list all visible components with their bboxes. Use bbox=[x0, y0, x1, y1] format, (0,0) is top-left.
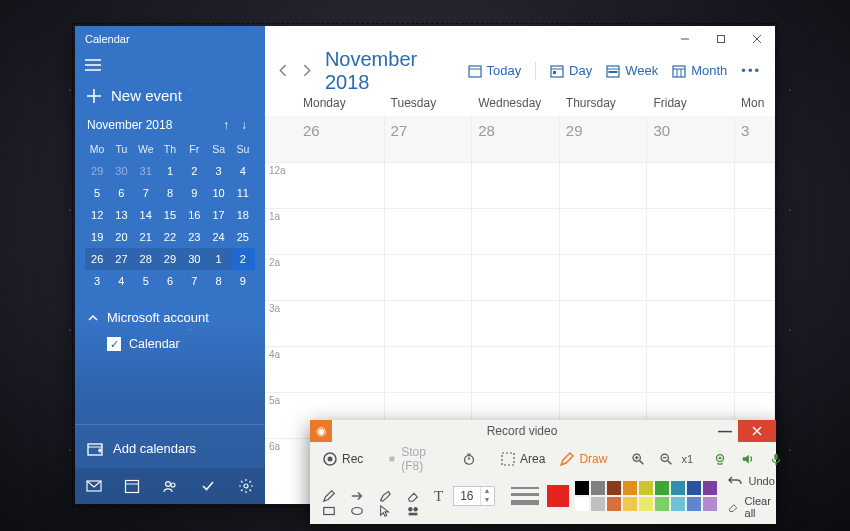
hour-cell[interactable] bbox=[472, 300, 560, 346]
mini-day[interactable]: 1 bbox=[158, 160, 182, 182]
color-swatch[interactable] bbox=[623, 497, 637, 511]
mini-day[interactable]: 8 bbox=[206, 270, 230, 292]
mini-day[interactable]: 30 bbox=[109, 160, 133, 182]
hour-cell[interactable] bbox=[560, 346, 648, 392]
maximize-button[interactable] bbox=[703, 26, 739, 52]
close-button[interactable] bbox=[739, 26, 775, 52]
hour-cell[interactable] bbox=[560, 254, 648, 300]
color-swatch[interactable] bbox=[591, 481, 605, 495]
timer-button[interactable] bbox=[458, 450, 480, 468]
new-event-button[interactable]: New event bbox=[75, 79, 265, 118]
mini-day[interactable]: 4 bbox=[231, 160, 255, 182]
mini-day[interactable]: 14 bbox=[134, 204, 158, 226]
rectangle-tool[interactable] bbox=[318, 502, 340, 520]
hour-cell[interactable] bbox=[472, 162, 560, 208]
mini-day[interactable]: 19 bbox=[85, 226, 109, 248]
mini-day[interactable]: 5 bbox=[85, 182, 109, 204]
mini-day[interactable]: 26 bbox=[85, 248, 109, 270]
hour-cell[interactable] bbox=[735, 208, 775, 254]
current-month-label[interactable]: November 2018 bbox=[325, 48, 446, 94]
mini-day[interactable]: 16 bbox=[182, 204, 206, 226]
color-swatch[interactable] bbox=[671, 497, 685, 511]
calendar-checkbox-row[interactable]: ✓ Calendar bbox=[75, 331, 265, 357]
mini-day[interactable]: 4 bbox=[109, 270, 133, 292]
draw-button[interactable]: Draw bbox=[555, 449, 611, 469]
mini-calendar[interactable]: MoTuWeThFrSaSu29303112345678910111213141… bbox=[75, 138, 265, 298]
color-swatch[interactable] bbox=[607, 481, 621, 495]
hour-cell[interactable] bbox=[560, 300, 648, 346]
date-header[interactable]: 29 bbox=[560, 116, 648, 162]
mini-day[interactable]: 28 bbox=[134, 248, 158, 270]
calendar-icon[interactable] bbox=[124, 478, 140, 494]
mail-icon[interactable] bbox=[86, 478, 102, 494]
mini-day[interactable]: 31 bbox=[134, 160, 158, 182]
mini-day[interactable]: 13 bbox=[109, 204, 133, 226]
mini-day[interactable]: 3 bbox=[206, 160, 230, 182]
hour-cell[interactable] bbox=[735, 162, 775, 208]
date-header[interactable]: 28 bbox=[472, 116, 560, 162]
mini-day[interactable]: 6 bbox=[158, 270, 182, 292]
hour-cell[interactable] bbox=[472, 208, 560, 254]
mini-day[interactable]: 9 bbox=[182, 182, 206, 204]
settings-icon[interactable] bbox=[238, 478, 254, 494]
account-toggle[interactable]: Microsoft account bbox=[75, 298, 265, 331]
month-view-button[interactable]: Month bbox=[668, 63, 731, 78]
hour-cell[interactable] bbox=[385, 162, 473, 208]
mini-day[interactable]: 2 bbox=[182, 160, 206, 182]
mini-day[interactable]: 10 bbox=[206, 182, 230, 204]
mini-day[interactable]: 15 bbox=[158, 204, 182, 226]
webcam-button[interactable] bbox=[709, 450, 731, 468]
hamburger-button[interactable] bbox=[75, 52, 265, 79]
date-header[interactable]: 26 bbox=[297, 116, 385, 162]
mini-day[interactable]: 21 bbox=[134, 226, 158, 248]
mini-day[interactable]: 8 bbox=[158, 182, 182, 204]
hour-cell[interactable] bbox=[647, 254, 735, 300]
mini-day[interactable]: 24 bbox=[206, 226, 230, 248]
next-button[interactable] bbox=[298, 61, 315, 81]
hour-cell[interactable] bbox=[735, 254, 775, 300]
zoom-out-button[interactable] bbox=[655, 450, 677, 468]
mini-next-button[interactable]: ↓ bbox=[235, 118, 253, 132]
hour-cell[interactable] bbox=[560, 162, 648, 208]
mini-day[interactable]: 6 bbox=[109, 182, 133, 204]
zoom-in-button[interactable] bbox=[627, 450, 649, 468]
hour-cell[interactable] bbox=[472, 254, 560, 300]
hour-cell[interactable] bbox=[735, 300, 775, 346]
hour-cell[interactable] bbox=[735, 346, 775, 392]
add-calendars-button[interactable]: Add calendars bbox=[75, 424, 265, 468]
hour-cell[interactable] bbox=[297, 346, 385, 392]
mini-day[interactable]: 12 bbox=[85, 204, 109, 226]
people-icon[interactable] bbox=[162, 478, 178, 494]
minimize-button[interactable] bbox=[667, 26, 703, 52]
hour-cell[interactable] bbox=[297, 208, 385, 254]
mini-day[interactable]: 7 bbox=[182, 270, 206, 292]
hour-cell[interactable] bbox=[385, 208, 473, 254]
hour-cell[interactable] bbox=[297, 300, 385, 346]
mini-day[interactable]: 5 bbox=[134, 270, 158, 292]
color-swatch[interactable] bbox=[655, 481, 669, 495]
hour-cell[interactable] bbox=[560, 208, 648, 254]
color-swatch[interactable] bbox=[591, 497, 605, 511]
hour-cell[interactable] bbox=[297, 254, 385, 300]
hour-cell[interactable] bbox=[647, 346, 735, 392]
mini-day[interactable]: 2 bbox=[231, 248, 255, 270]
color-swatch[interactable] bbox=[687, 481, 701, 495]
line-weight-picker[interactable] bbox=[511, 487, 539, 505]
color-swatch[interactable] bbox=[671, 481, 685, 495]
palette-grid[interactable] bbox=[575, 481, 717, 511]
color-swatch[interactable] bbox=[703, 481, 717, 495]
color-swatch[interactable] bbox=[703, 497, 717, 511]
prev-button[interactable] bbox=[275, 61, 292, 81]
more-button[interactable]: ••• bbox=[737, 63, 765, 78]
hour-cell[interactable] bbox=[472, 346, 560, 392]
date-header[interactable]: 30 bbox=[647, 116, 735, 162]
clear-all-button[interactable]: Clear all bbox=[723, 493, 779, 521]
color-swatch[interactable] bbox=[623, 481, 637, 495]
mini-day[interactable]: 17 bbox=[206, 204, 230, 226]
hour-cell[interactable] bbox=[385, 254, 473, 300]
mini-day[interactable]: 22 bbox=[158, 226, 182, 248]
mini-day[interactable]: 27 bbox=[109, 248, 133, 270]
stamp-tool[interactable] bbox=[402, 502, 424, 520]
date-header[interactable]: 27 bbox=[385, 116, 473, 162]
font-size-spinner[interactable]: ▲▼ bbox=[480, 487, 494, 505]
